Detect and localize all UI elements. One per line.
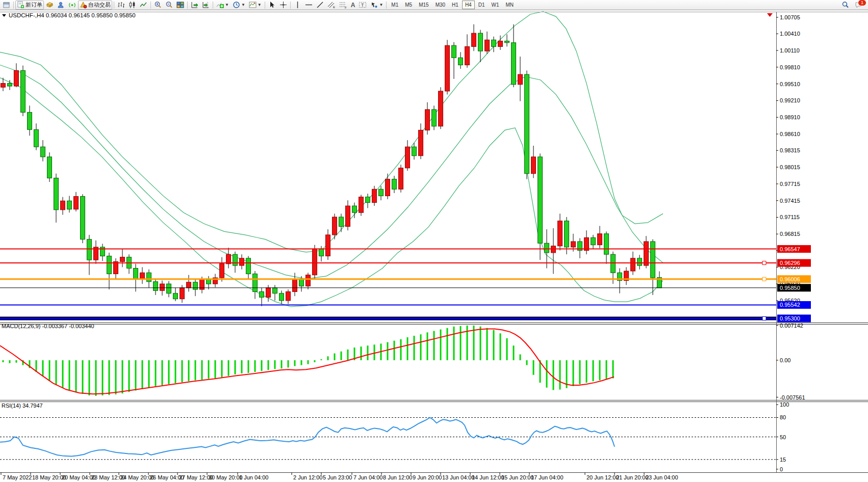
candle-body (47, 157, 52, 178)
macd-bar (540, 360, 541, 383)
chart-shift-button[interactable] (200, 1, 211, 10)
signals-button[interactable] (67, 1, 78, 10)
macd-bar (440, 330, 442, 360)
rsi-tick-label: 15 (780, 457, 786, 463)
price-tick-label: 0.99210 (780, 97, 800, 103)
horizontal-line-button[interactable] (303, 1, 314, 10)
auto-trading-button[interactable]: 自动交易 (78, 1, 112, 10)
timeframe-d1[interactable]: D1 (475, 1, 488, 9)
candle-body (134, 269, 138, 280)
macd-bar (513, 345, 515, 360)
candle-body (604, 234, 609, 254)
templates-button[interactable]: ▼ (247, 1, 263, 10)
gold-box-button[interactable] (44, 1, 55, 10)
indicators-button[interactable]: ▼ (215, 1, 231, 10)
price-tick-label: 0.98015 (780, 164, 800, 170)
bar-chart-button[interactable] (116, 1, 126, 10)
arrows-button[interactable]: ▼ (369, 1, 385, 10)
candle-body (220, 264, 224, 278)
trendline-button[interactable] (315, 1, 325, 10)
macd-bar (261, 360, 263, 371)
periods-clock-icon (233, 1, 240, 9)
candle-body (518, 74, 523, 85)
macd-bar (135, 360, 137, 390)
macd-bar (520, 354, 521, 360)
time-tick-label: 7 Jun 04:00 (353, 474, 383, 480)
macd-bar (493, 330, 495, 360)
time-tick-label: 8 Jun 12:00 (383, 474, 413, 480)
label-button[interactable]: T (357, 1, 368, 10)
indicators-icon (216, 1, 224, 9)
vertical-line-button[interactable] (292, 1, 303, 10)
macd-bar (420, 334, 422, 360)
chat-button[interactable]: 1 (853, 1, 864, 10)
chart-canvas[interactable]: 1.007051.004101.001100.998100.995100.992… (0, 10, 868, 482)
auto-scroll-button[interactable] (189, 1, 200, 10)
macd-bar (288, 360, 289, 367)
level-handle-0.96296[interactable] (762, 261, 766, 265)
level-handle-0.95300[interactable] (762, 316, 766, 320)
candlestick-chart-button[interactable] (127, 1, 138, 10)
toolbar-separator (150, 2, 151, 9)
search-button[interactable] (840, 1, 851, 10)
candle-body (193, 282, 198, 289)
candle-body (392, 179, 397, 190)
macd-bar (56, 360, 57, 385)
macd-bar (82, 360, 84, 394)
macd-bar (102, 360, 104, 395)
candle-body (34, 129, 39, 147)
gold-box-icon (46, 1, 54, 9)
tile-windows-button[interactable] (175, 1, 186, 10)
candle-body (405, 147, 410, 168)
time-tick-label: 14 Jun 12:00 (472, 474, 504, 480)
candle-body (286, 291, 291, 300)
timeframe-h4[interactable]: H4 (462, 1, 475, 9)
signals-icon (68, 1, 76, 9)
macd-bar (89, 360, 90, 395)
level-handle-0.96006[interactable] (762, 277, 766, 281)
window-button[interactable] (2, 1, 12, 10)
timeframe-m5[interactable]: M5 (402, 1, 415, 9)
channel-button[interactable]: E (326, 1, 337, 10)
price-badge-text: 0.95300 (780, 315, 800, 322)
price-tick-label: 0.96815 (780, 231, 800, 237)
timeframe-m1[interactable]: M1 (388, 1, 401, 9)
community-icon (57, 1, 65, 9)
candle-body (8, 84, 12, 86)
chevron-down-icon: ▼ (258, 3, 262, 7)
line-chart-button[interactable] (138, 1, 149, 10)
macd-bar (122, 360, 123, 393)
timeframe-mn[interactable]: MN (502, 1, 517, 9)
macd-bar (188, 360, 190, 381)
timeframe-h1[interactable]: H1 (449, 1, 462, 9)
timeframe-m30[interactable]: M30 (432, 1, 448, 9)
macd-bar (341, 352, 342, 360)
fibonacci-button[interactable]: F (338, 1, 349, 10)
timeframe-w1[interactable]: W1 (488, 1, 502, 9)
candle-body (246, 258, 251, 274)
new-order-button[interactable]: 新订单 (15, 1, 44, 10)
timeframe-m15[interactable]: M15 (416, 1, 431, 9)
time-tick-label: 20 Jun 12:00 (586, 474, 619, 480)
community-button[interactable] (56, 1, 66, 10)
cursor-button[interactable] (267, 1, 277, 10)
candle-body (419, 130, 423, 155)
zoom-in-button[interactable] (152, 1, 163, 10)
macd-bar (142, 360, 143, 389)
macd-bar (361, 346, 362, 360)
candle-body (61, 201, 65, 209)
macd-bar (254, 360, 256, 372)
arrows-icon (370, 1, 378, 9)
macd-bar (367, 345, 369, 360)
svg-text:T: T (361, 3, 364, 8)
macd-bar (460, 326, 462, 360)
crosshair-button[interactable] (278, 1, 289, 10)
macd-bar (447, 328, 448, 360)
text-button[interactable]: A (349, 1, 357, 10)
macd-bar (593, 360, 594, 381)
periods-button[interactable]: ▼ (231, 1, 247, 10)
candle-body (87, 239, 92, 260)
candle-body (352, 206, 357, 212)
price-tick-label: 0.98315 (780, 147, 800, 153)
zoom-out-button[interactable] (164, 1, 174, 10)
